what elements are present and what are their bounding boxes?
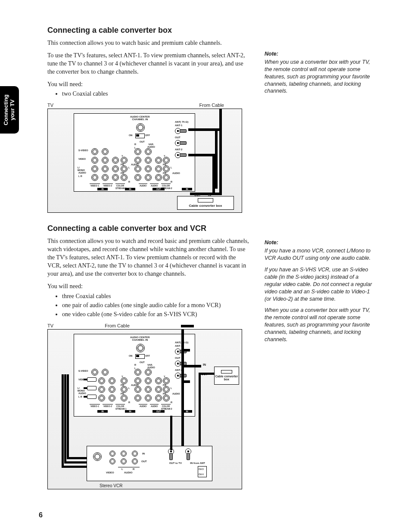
diag1-cable-main: [219, 109, 222, 195]
diag1-varaudio: VAR. AUDIO: [147, 143, 155, 148]
diag1-l2: L: [128, 166, 130, 169]
diag2-chselect: CH 3 CH 4: [198, 466, 207, 477]
diag1-antout-conn: [175, 140, 187, 146]
section2-p2: You will need:: [47, 283, 250, 291]
section2-notes: Note: If you have a mono VCR, connect L/…: [265, 236, 377, 347]
diag1-in-b3: IN: [182, 188, 192, 190]
section2-note1: If you have a mono VCR, connect L/Mono t…: [265, 247, 377, 262]
diag1-audiocenter-jack: [136, 123, 145, 132]
section1-heading: Connecting a cable converter box: [47, 26, 381, 35]
section1-p1: This connection allows you to watch basi…: [47, 39, 250, 47]
diag2-tv-label: TV: [47, 323, 53, 328]
diag1-tv-label: TV: [47, 103, 53, 108]
diag2-ccbox-label: Cable converter box: [215, 375, 239, 381]
diag2-ch3: CH 3: [199, 468, 203, 470]
diag1-r3: R: [171, 180, 172, 183]
diag1-ccbox-label: Cable converter box: [189, 204, 222, 208]
diag1-video: VIDEO: [78, 158, 86, 160]
diag1-converter-box: Cable converter box: [177, 196, 234, 210]
section2-note3: When you use a converter box with your T…: [265, 307, 377, 343]
section2-bullet-0: three Coaxial cables: [62, 292, 250, 301]
diag1-l3: L: [171, 166, 172, 169]
diag1-ant2: ANT-2: [175, 148, 192, 151]
diag2-vcr: IN OUT VIDEO L R AUDIO OUT to TV IN from…: [87, 446, 212, 481]
section1-note-body: When you use a converter box with your T…: [265, 59, 377, 95]
diag2-vcr-r: R: [133, 468, 134, 470]
diag1-lmono: L/ MONO: [78, 166, 85, 171]
diag2-cable-trunk: [181, 330, 184, 450]
diag1-fromcable-label: From Cable: [199, 103, 224, 108]
section1-main: This connection allows you to watch basi…: [47, 38, 250, 213]
diag1-audio-left: AUDIO: [78, 171, 86, 174]
diag1-svideo: S-VIDEO: [78, 149, 88, 152]
section1-note: Note: When you use a converter box with …: [265, 38, 377, 99]
diag2-audiocenter: AUDIO CENTER CHANNEL IN: [130, 336, 150, 341]
diag1-in-b2: IN: [125, 188, 135, 190]
diag2-vcr-video: VIDEO: [106, 471, 114, 474]
diag2-vcr-l: L: [121, 468, 123, 470]
diag1-out-row: OUT: [140, 140, 145, 143]
diag2-cc-in: IN: [203, 363, 206, 366]
diag1-onoff-switch: [135, 134, 145, 138]
diag2-stereovcr: Stereo VCR: [100, 483, 122, 488]
diag1-antout: OUT: [175, 136, 192, 139]
diag1-r2: R: [128, 180, 130, 183]
diag1-on: ON: [129, 134, 132, 137]
chapter-tab-line2: your TV: [9, 100, 16, 120]
diag2-vcr-audio: AUDIO: [124, 471, 132, 474]
section1-bullet-0: two Coaxial cables: [62, 89, 250, 98]
diag2-vcr-in: IN: [142, 452, 145, 455]
diag2-fromcable-label: From Cable: [105, 323, 129, 328]
chapter-tab: Connecting your TV: [0, 86, 19, 134]
diagram2: TV From Cable AUDIO CENTER CHANNEL IN ON…: [47, 323, 250, 489]
section2-bullet-1: one pair of audio cables (one single aud…: [62, 301, 250, 310]
diag2-ch4: CH 4: [199, 473, 203, 476]
section2-bullet-2: one video cable (one S-video cable for a…: [62, 310, 250, 319]
section1-p2: To use the TV's features, select ANT-1. …: [47, 52, 250, 76]
diag1-ant75: ANT( 75 Ω): [175, 121, 192, 123]
diag1-ant2-conn: [175, 152, 187, 158]
diag2-in-from-ant: IN from ANT: [190, 462, 205, 464]
diag1-cable-to-ant2: [188, 154, 215, 156]
diag2-tv-panel: AUDIO CENTER CHANNEL IN ON OFF OUT VAR. …: [74, 334, 195, 417]
diag1-audio-right: AUDIO: [172, 172, 180, 174]
diag1-in-b: IN: [97, 188, 108, 190]
diag2-converter-box: Cable converter box: [214, 367, 239, 385]
diag1-tv-panel: AUDIO CENTER CHANNEL IN ON OFF OUT VAR. …: [74, 113, 195, 192]
section2-bullets: three Coaxial cables one pair of audio c…: [47, 292, 250, 319]
section2-heading: Connecting a cable converter box and VCR: [47, 224, 381, 233]
diagram1: TV From Cable AUDIO CENTER CHANNEL IN ON…: [47, 103, 250, 213]
diag2-cable-stub: [181, 325, 194, 327]
diag1-ant1-conn: [175, 128, 187, 134]
diag1-audiocenter: AUDIO CENTER CHANNEL IN: [130, 115, 150, 121]
diag1-lr: L R: [78, 175, 82, 177]
section1-note-head: Note:: [265, 50, 377, 58]
section2-note-head: Note:: [265, 239, 377, 246]
section2-main: This connection allows you to watch and …: [47, 236, 250, 489]
section2-p1: This connection allows you to watch and …: [47, 237, 250, 278]
diag2-vcr-out: OUT: [141, 460, 147, 463]
section1-bullets: two Coaxial cables: [47, 89, 250, 98]
diag1-off: OFF: [145, 134, 150, 137]
diag1-r: R: [134, 143, 136, 146]
section2-note2: If you have an S-VHS VCR, use an S-video…: [265, 266, 377, 302]
diag1-ant1: ANT-1: [175, 124, 192, 127]
chapter-tab-line1: Connecting: [3, 94, 9, 125]
diag1-out-b: OUT: [153, 188, 165, 190]
page-number: 6: [39, 511, 43, 519]
diag2-out-to-tv: OUT to TV: [169, 462, 182, 464]
section1-p3: You will need:: [47, 81, 250, 89]
